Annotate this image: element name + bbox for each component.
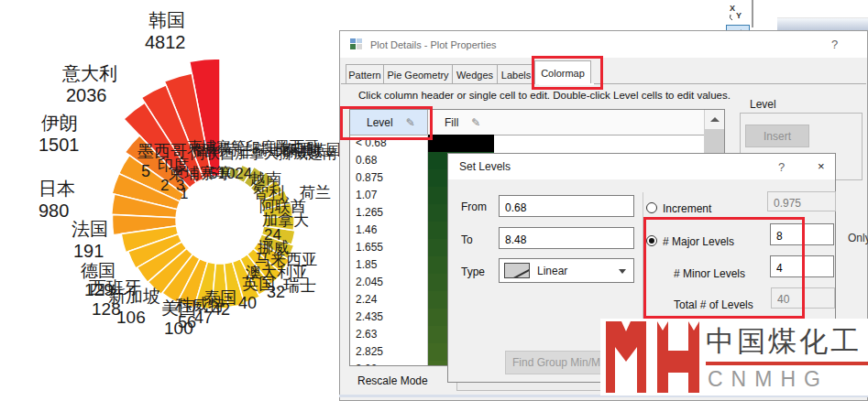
set-levels-titlebar[interactable]: Set Levels: [448, 154, 835, 179]
chart-label: 法国: [71, 220, 108, 239]
chart-label: 泰国: [203, 289, 236, 307]
chart-label: 47: [194, 309, 213, 327]
level-cell[interactable]: 3.02: [356, 363, 377, 366]
level-cell[interactable]: 0.68: [356, 154, 377, 167]
chevron-down-icon: [619, 269, 626, 274]
table-instruction: Click column header or single cell to ed…: [358, 90, 731, 101]
tab-pie-geometry[interactable]: Pie Geometry: [383, 64, 453, 84]
plot-details-title: Plot Details - Plot Properties: [370, 39, 497, 50]
level-cell[interactable]: 2.63: [356, 328, 377, 341]
close-icon[interactable]: ×: [818, 159, 825, 173]
chart-label: 191: [73, 242, 104, 261]
linear-scale-icon: [504, 263, 530, 278]
chart-label: 德国: [81, 262, 115, 280]
chart-label: 伊朗: [41, 114, 78, 133]
chart-label: 越南: [250, 171, 281, 188]
increment-input: [767, 191, 836, 211]
increment-radio[interactable]: [646, 202, 657, 213]
chart-label: 新加坡: [108, 287, 160, 306]
chart-label: 40: [238, 295, 257, 312]
level-cell[interactable]: 1.655: [356, 241, 383, 254]
set-levels-title: Set Levels: [459, 160, 511, 173]
plot-details-icon: [350, 38, 363, 50]
to-label: To: [461, 233, 473, 246]
tab-pattern[interactable]: Pattern: [346, 64, 384, 84]
insert-button[interactable]: Insert: [745, 125, 809, 147]
set-levels-help-button[interactable]: ?: [778, 160, 785, 174]
level-cell[interactable]: 2.045: [356, 276, 383, 288]
chart-label: 4812: [145, 33, 186, 52]
type-value: Linear: [537, 265, 567, 277]
level-groupbox-label: Level: [747, 98, 779, 111]
plot-details-titlebar[interactable]: Plot Details - Plot Properties: [340, 31, 867, 58]
increment-label: Increment: [663, 202, 711, 215]
svg-text:X: X: [730, 4, 735, 13]
plot-details-help-button[interactable]: ?: [831, 38, 838, 51]
logo-english-text: CNMHG: [708, 367, 829, 392]
chart-label: 意大利: [62, 64, 117, 83]
find-group-button[interactable]: Find Group Min/M: [505, 351, 608, 374]
level-cell[interactable]: 1.265: [356, 206, 383, 219]
rescale-mode-label: Rescale Mode: [357, 374, 428, 387]
logo-underline: [706, 362, 868, 365]
from-input[interactable]: [499, 195, 634, 217]
chart-label: 980: [38, 201, 69, 221]
type-dropdown[interactable]: Linear: [499, 258, 634, 283]
tab-labels[interactable]: Labels: [497, 64, 535, 84]
level-cell[interactable]: 1.07: [356, 189, 377, 201]
fill-column-header[interactable]: Fill ✎: [428, 110, 705, 135]
level-cell[interactable]: 0.875: [356, 171, 383, 184]
level-cell[interactable]: 2.825: [356, 345, 383, 358]
chart-label: 韩国: [148, 11, 185, 30]
annotation-level-header: [340, 106, 433, 140]
svg-text:Y: Y: [736, 11, 742, 20]
edit-pencil-icon[interactable]: ✎: [471, 116, 480, 129]
chart-label: 智利荷兰瑞士泰国英国: [194, 143, 341, 158]
chart-label: 24: [264, 227, 281, 244]
annotation-colormap-tab: [532, 56, 603, 90]
level-cell[interactable]: 2.435: [356, 310, 383, 323]
chart-label: 51024: [209, 166, 252, 182]
chart-label: 1501: [38, 135, 80, 155]
window-edge: [752, 0, 753, 27]
annotation-major-levels: [643, 217, 805, 319]
chart-label: 5: [141, 163, 150, 180]
screen: { "background": { "toolbar_icon1": "swap…: [0, 0, 868, 401]
chart-label: 106: [116, 309, 146, 327]
from-label: From: [461, 200, 487, 213]
logo-chinese-text: 中国煤化工: [706, 322, 862, 361]
tab-wedges[interactable]: Wedges: [452, 64, 498, 84]
swap-xy-icon[interactable]: XY: [726, 0, 748, 24]
watermark-logo: 中国煤化工 CNMHG: [600, 319, 868, 396]
only-label: Only: [848, 232, 868, 244]
level-cell[interactable]: 1.85: [356, 258, 377, 271]
chart-label: 日本: [38, 179, 75, 199]
chart-label: 1: [180, 186, 188, 202]
level-cell[interactable]: 2.24: [356, 293, 377, 306]
tab-divider: [341, 83, 866, 84]
chart-label: 2036: [66, 86, 107, 105]
level-cell[interactable]: 1.46: [356, 223, 377, 236]
scroll-up-icon[interactable]: [705, 110, 724, 128]
type-label: Type: [461, 266, 485, 278]
fill-header-label: Fill: [445, 116, 458, 129]
logo-monogram-icon: [604, 320, 701, 395]
fill-swatch[interactable]: [428, 135, 494, 152]
to-input[interactable]: [499, 227, 634, 249]
